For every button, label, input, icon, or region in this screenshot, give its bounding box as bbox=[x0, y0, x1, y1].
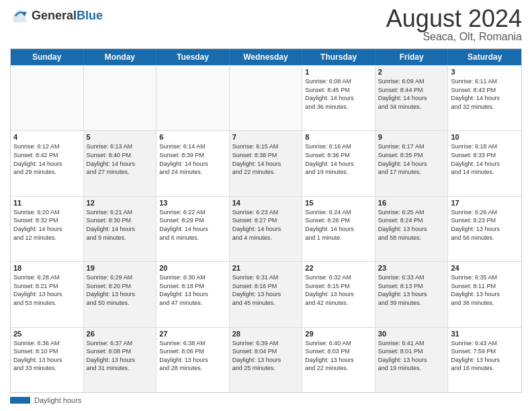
logo-icon bbox=[10, 7, 29, 26]
month-title: August 2024 bbox=[386, 7, 522, 31]
calendar: SundayMondayTuesdayWednesdayThursdayFrid… bbox=[10, 48, 522, 393]
cell-info: Sunrise: 6:24 AM Sunset: 8:26 PM Dayligh… bbox=[305, 208, 372, 242]
cell-info: Sunrise: 6:41 AM Sunset: 8:01 PM Dayligh… bbox=[378, 339, 445, 373]
calendar-cell: 7Sunrise: 6:15 AM Sunset: 8:38 PM Daylig… bbox=[230, 131, 303, 195]
day-number: 28 bbox=[232, 330, 300, 338]
cell-info: Sunrise: 6:40 AM Sunset: 8:03 PM Dayligh… bbox=[305, 339, 372, 373]
cell-info: Sunrise: 6:32 AM Sunset: 8:15 PM Dayligh… bbox=[305, 273, 372, 307]
calendar-cell: 25Sunrise: 6:36 AM Sunset: 8:10 PM Dayli… bbox=[11, 328, 84, 392]
calendar-day-header: Tuesday bbox=[157, 49, 230, 65]
calendar-cell: 16Sunrise: 6:25 AM Sunset: 8:24 PM Dayli… bbox=[375, 197, 449, 261]
cell-info: Sunrise: 6:30 AM Sunset: 8:18 PM Dayligh… bbox=[159, 273, 226, 307]
cell-info: Sunrise: 6:18 AM Sunset: 8:33 PM Dayligh… bbox=[451, 142, 519, 176]
cell-info: Sunrise: 6:20 AM Sunset: 8:32 PM Dayligh… bbox=[13, 208, 81, 242]
logo-blue: Blue bbox=[77, 9, 103, 23]
cell-info: Sunrise: 6:22 AM Sunset: 8:29 PM Dayligh… bbox=[159, 208, 226, 242]
day-number: 5 bbox=[87, 133, 154, 141]
calendar-cell bbox=[230, 66, 303, 130]
footer: Daylight hours bbox=[10, 396, 522, 404]
calendar-day-header: Sunday bbox=[11, 49, 84, 65]
cell-info: Sunrise: 6:09 AM Sunset: 8:44 PM Dayligh… bbox=[378, 77, 445, 111]
cell-info: Sunrise: 6:12 AM Sunset: 8:42 PM Dayligh… bbox=[13, 142, 81, 176]
calendar-cell: 2Sunrise: 6:09 AM Sunset: 8:44 PM Daylig… bbox=[375, 66, 449, 130]
calendar-body: 1Sunrise: 6:08 AM Sunset: 8:45 PM Daylig… bbox=[11, 65, 521, 392]
day-number: 30 bbox=[378, 330, 445, 338]
day-number: 3 bbox=[451, 68, 519, 76]
cell-info: Sunrise: 6:31 AM Sunset: 8:16 PM Dayligh… bbox=[232, 273, 300, 307]
cell-info: Sunrise: 6:13 AM Sunset: 8:40 PM Dayligh… bbox=[87, 142, 154, 176]
calendar-cell: 13Sunrise: 6:22 AM Sunset: 8:29 PM Dayli… bbox=[157, 197, 230, 261]
day-number: 15 bbox=[305, 199, 372, 207]
cell-info: Sunrise: 6:26 AM Sunset: 8:23 PM Dayligh… bbox=[451, 208, 519, 242]
page: General Blue August 2024 Seaca, Olt, Rom… bbox=[0, 0, 532, 411]
cell-info: Sunrise: 6:21 AM Sunset: 8:30 PM Dayligh… bbox=[87, 208, 154, 242]
calendar-cell: 24Sunrise: 6:35 AM Sunset: 8:11 PM Dayli… bbox=[448, 262, 521, 326]
day-number: 12 bbox=[87, 199, 154, 207]
calendar-cell bbox=[11, 66, 84, 130]
calendar-cell: 20Sunrise: 6:30 AM Sunset: 8:18 PM Dayli… bbox=[157, 262, 230, 326]
day-number: 23 bbox=[378, 264, 445, 272]
cell-info: Sunrise: 6:17 AM Sunset: 8:35 PM Dayligh… bbox=[378, 142, 445, 176]
calendar-cell: 11Sunrise: 6:20 AM Sunset: 8:32 PM Dayli… bbox=[11, 197, 84, 261]
day-number: 10 bbox=[451, 133, 519, 141]
day-number: 21 bbox=[232, 264, 300, 272]
calendar-cell: 22Sunrise: 6:32 AM Sunset: 8:15 PM Dayli… bbox=[302, 262, 375, 326]
day-number: 25 bbox=[13, 330, 81, 338]
cell-info: Sunrise: 6:37 AM Sunset: 8:08 PM Dayligh… bbox=[87, 339, 154, 373]
cell-info: Sunrise: 6:33 AM Sunset: 8:13 PM Dayligh… bbox=[378, 273, 445, 307]
day-number: 14 bbox=[232, 199, 300, 207]
day-number: 1 bbox=[305, 68, 372, 76]
cell-info: Sunrise: 6:39 AM Sunset: 8:04 PM Dayligh… bbox=[232, 339, 300, 373]
calendar-row: 11Sunrise: 6:20 AM Sunset: 8:32 PM Dayli… bbox=[11, 196, 521, 261]
calendar-day-header: Friday bbox=[375, 49, 449, 65]
calendar-cell: 3Sunrise: 6:11 AM Sunset: 8:43 PM Daylig… bbox=[448, 66, 521, 130]
cell-info: Sunrise: 6:14 AM Sunset: 8:39 PM Dayligh… bbox=[159, 142, 226, 176]
calendar-cell: 1Sunrise: 6:08 AM Sunset: 8:45 PM Daylig… bbox=[302, 66, 375, 130]
calendar-day-header: Wednesday bbox=[230, 49, 303, 65]
day-number: 7 bbox=[232, 133, 300, 141]
calendar-cell: 4Sunrise: 6:12 AM Sunset: 8:42 PM Daylig… bbox=[11, 131, 84, 195]
calendar-cell: 6Sunrise: 6:14 AM Sunset: 8:39 PM Daylig… bbox=[157, 131, 230, 195]
day-number: 26 bbox=[87, 330, 154, 338]
day-number: 9 bbox=[378, 133, 445, 141]
footer-label: Daylight hours bbox=[34, 396, 81, 404]
day-number: 6 bbox=[159, 133, 226, 141]
calendar-cell: 23Sunrise: 6:33 AM Sunset: 8:13 PM Dayli… bbox=[375, 262, 449, 326]
day-number: 17 bbox=[451, 199, 519, 207]
title-block: August 2024 Seaca, Olt, Romania bbox=[386, 7, 522, 43]
daylight-bar bbox=[10, 397, 30, 404]
calendar-day-header: Monday bbox=[84, 49, 157, 65]
day-number: 16 bbox=[378, 199, 445, 207]
logo: General Blue bbox=[10, 7, 103, 26]
cell-info: Sunrise: 6:35 AM Sunset: 8:11 PM Dayligh… bbox=[451, 273, 519, 307]
cell-info: Sunrise: 6:29 AM Sunset: 8:20 PM Dayligh… bbox=[87, 273, 154, 307]
calendar-cell: 8Sunrise: 6:16 AM Sunset: 8:36 PM Daylig… bbox=[302, 131, 375, 195]
calendar-cell: 27Sunrise: 6:38 AM Sunset: 8:06 PM Dayli… bbox=[157, 328, 230, 392]
day-number: 2 bbox=[378, 68, 445, 76]
calendar-day-header: Saturday bbox=[448, 49, 521, 65]
cell-info: Sunrise: 6:28 AM Sunset: 8:21 PM Dayligh… bbox=[13, 273, 81, 307]
cell-info: Sunrise: 6:15 AM Sunset: 8:38 PM Dayligh… bbox=[232, 142, 300, 176]
calendar-cell: 17Sunrise: 6:26 AM Sunset: 8:23 PM Dayli… bbox=[448, 197, 521, 261]
calendar-cell: 28Sunrise: 6:39 AM Sunset: 8:04 PM Dayli… bbox=[230, 328, 303, 392]
day-number: 20 bbox=[159, 264, 226, 272]
calendar-cell bbox=[84, 66, 157, 130]
calendar-cell: 14Sunrise: 6:23 AM Sunset: 8:27 PM Dayli… bbox=[230, 197, 303, 261]
cell-info: Sunrise: 6:08 AM Sunset: 8:45 PM Dayligh… bbox=[305, 77, 372, 111]
day-number: 4 bbox=[13, 133, 81, 141]
calendar-cell: 9Sunrise: 6:17 AM Sunset: 8:35 PM Daylig… bbox=[375, 131, 449, 195]
cell-info: Sunrise: 6:11 AM Sunset: 8:43 PM Dayligh… bbox=[451, 77, 519, 111]
day-number: 13 bbox=[159, 199, 226, 207]
day-number: 27 bbox=[159, 330, 226, 338]
calendar-cell: 21Sunrise: 6:31 AM Sunset: 8:16 PM Dayli… bbox=[230, 262, 303, 326]
day-number: 8 bbox=[305, 133, 372, 141]
calendar-cell: 19Sunrise: 6:29 AM Sunset: 8:20 PM Dayli… bbox=[84, 262, 157, 326]
cell-info: Sunrise: 6:23 AM Sunset: 8:27 PM Dayligh… bbox=[232, 208, 300, 242]
calendar-cell: 5Sunrise: 6:13 AM Sunset: 8:40 PM Daylig… bbox=[84, 131, 157, 195]
cell-info: Sunrise: 6:38 AM Sunset: 8:06 PM Dayligh… bbox=[159, 339, 226, 373]
calendar-cell: 31Sunrise: 6:43 AM Sunset: 7:59 PM Dayli… bbox=[448, 328, 521, 392]
calendar-row: 25Sunrise: 6:36 AM Sunset: 8:10 PM Dayli… bbox=[11, 327, 521, 392]
calendar-cell: 10Sunrise: 6:18 AM Sunset: 8:33 PM Dayli… bbox=[448, 131, 521, 195]
header: General Blue August 2024 Seaca, Olt, Rom… bbox=[10, 7, 522, 43]
cell-info: Sunrise: 6:25 AM Sunset: 8:24 PM Dayligh… bbox=[378, 208, 445, 242]
